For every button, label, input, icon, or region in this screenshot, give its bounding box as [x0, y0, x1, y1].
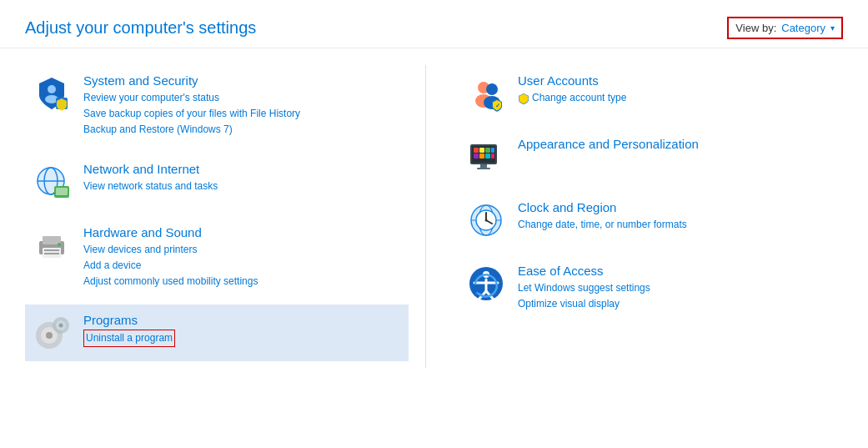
clock-region-icon: [466, 200, 506, 240]
page-title: Adjust your computer's settings: [25, 18, 256, 38]
change-account-type-link[interactable]: Change account type: [532, 90, 626, 106]
uninstall-program-link[interactable]: Uninstall a program: [83, 330, 175, 347]
devices-printers-link[interactable]: View devices and printers: [83, 242, 402, 258]
svg-point-24: [486, 83, 498, 95]
svg-text:✓: ✓: [495, 103, 500, 108]
view-by-dropdown[interactable]: Category: [781, 22, 825, 34]
category-system-security[interactable]: System and Security Review your computer…: [25, 65, 409, 147]
svg-point-18: [46, 332, 53, 339]
svg-rect-31: [485, 148, 490, 153]
svg-rect-30: [479, 148, 484, 153]
programs-icon: [32, 313, 72, 353]
category-network-internet[interactable]: Network and Internet View network status…: [25, 154, 409, 210]
appearance-icon: [466, 137, 506, 177]
programs-title[interactable]: Programs: [83, 313, 402, 327]
network-internet-content: Network and Internet View network status…: [83, 162, 402, 194]
category-appearance[interactable]: Appearance and Personalization: [459, 128, 843, 185]
svg-rect-29: [474, 148, 479, 153]
backup-restore-link[interactable]: Backup and Restore (Windows 7): [83, 122, 402, 138]
left-column: System and Security Review your computer…: [25, 65, 425, 368]
svg-point-15: [58, 243, 61, 246]
right-column: ✓ User Accounts Change account type: [425, 65, 843, 368]
category-hardware-sound[interactable]: Hardware and Sound View devices and prin…: [25, 217, 409, 299]
backup-copies-link[interactable]: Save backup copies of your files with Fi…: [83, 106, 402, 122]
system-security-icon: [32, 73, 72, 113]
clock-region-content: Clock and Region Change date, time, or n…: [518, 200, 836, 233]
svg-rect-8: [56, 188, 68, 195]
svg-rect-38: [477, 168, 490, 169]
view-by-label: View by:: [735, 22, 776, 34]
network-internet-title[interactable]: Network and Internet: [83, 162, 402, 176]
shield-icon-small: [518, 93, 529, 104]
clock-region-title[interactable]: Clock and Region: [518, 200, 836, 214]
main-content: System and Security Review your computer…: [0, 57, 868, 376]
svg-rect-13: [44, 249, 59, 251]
add-device-link[interactable]: Add a device: [83, 258, 402, 274]
hardware-sound-content: Hardware and Sound View devices and prin…: [83, 225, 402, 290]
network-status-link[interactable]: View network status and tasks: [83, 179, 402, 194]
view-by-container[interactable]: View by: Category ▾: [727, 17, 843, 39]
user-accounts-content: User Accounts Change account type: [518, 73, 836, 106]
svg-point-46: [485, 219, 488, 222]
svg-rect-35: [485, 154, 490, 159]
hardware-sound-title[interactable]: Hardware and Sound: [83, 225, 402, 239]
svg-rect-37: [480, 164, 487, 168]
page-header: Adjust your computer's settings View by:…: [0, 0, 868, 48]
system-security-content: System and Security Review your computer…: [83, 73, 402, 138]
hardware-sound-icon: [32, 225, 72, 265]
ease-of-access-icon: [466, 264, 506, 304]
category-user-accounts[interactable]: ✓ User Accounts Change account type: [459, 65, 843, 122]
change-account-sub: Change account type: [518, 90, 836, 106]
svg-rect-14: [44, 253, 59, 254]
category-clock-region[interactable]: Clock and Region Change date, time, or n…: [459, 192, 843, 249]
system-security-title[interactable]: System and Security: [83, 73, 402, 88]
svg-rect-34: [479, 154, 484, 159]
svg-point-21: [59, 324, 63, 328]
category-ease-of-access[interactable]: Ease of Access Let Windows suggest setti…: [459, 255, 843, 320]
user-accounts-icon: ✓: [466, 73, 506, 113]
appearance-content: Appearance and Personalization: [518, 137, 836, 154]
svg-rect-9: [59, 196, 64, 198]
user-accounts-title[interactable]: User Accounts: [518, 73, 836, 88]
chevron-down-icon: ▾: [830, 23, 835, 33]
svg-rect-36: [491, 154, 494, 159]
network-internet-icon: [32, 162, 72, 202]
ease-of-access-title[interactable]: Ease of Access: [518, 264, 836, 278]
category-programs[interactable]: Programs Uninstall a program: [25, 305, 409, 361]
review-status-link[interactable]: Review your computer's status: [83, 90, 402, 106]
date-time-link[interactable]: Change date, time, or number formats: [518, 217, 836, 233]
programs-content: Programs Uninstall a program: [83, 313, 402, 347]
svg-rect-33: [474, 154, 479, 159]
windows-suggest-link[interactable]: Let Windows suggest settings: [518, 280, 836, 296]
ease-of-access-content: Ease of Access Let Windows suggest setti…: [518, 264, 836, 312]
appearance-title[interactable]: Appearance and Personalization: [518, 137, 836, 151]
optimize-display-link[interactable]: Optimize visual display: [518, 296, 836, 312]
mobility-settings-link[interactable]: Adjust commonly used mobility settings: [83, 274, 402, 289]
svg-rect-32: [491, 148, 494, 153]
svg-point-0: [48, 85, 56, 93]
